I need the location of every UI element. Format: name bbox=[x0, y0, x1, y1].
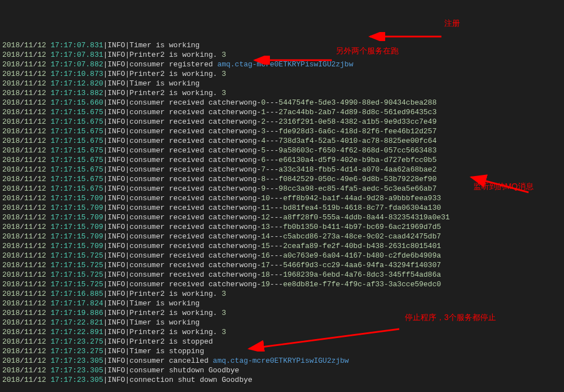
log-line[interactable]: 2018/11/12 17:17:15.709|INFO|consumer re… bbox=[2, 203, 562, 213]
log-line[interactable]: 2018/11/12 17:17:07.831|INFO|Timer is wo… bbox=[2, 40, 562, 50]
log-line[interactable]: 2018/11/12 17:17:15.675|INFO|consumer re… bbox=[2, 174, 562, 184]
log-output[interactable]: 2018/11/12 17:17:07.831|INFO|Timer is wo… bbox=[2, 40, 562, 385]
log-line[interactable]: 2018/11/12 17:17:15.675|INFO|consumer re… bbox=[2, 165, 562, 174]
log-line[interactable]: 2018/11/12 17:17:15.709|INFO|consumer re… bbox=[2, 241, 562, 251]
log-line[interactable]: 2018/11/12 17:17:15.725|INFO|consumer re… bbox=[2, 251, 562, 260]
log-line[interactable]: 2018/11/12 17:17:07.882|INFO|consumer re… bbox=[2, 60, 562, 69]
log-line[interactable]: 2018/11/12 17:17:15.675|INFO|consumer re… bbox=[2, 107, 562, 117]
log-line[interactable]: 2018/11/12 17:17:15.675|INFO|consumer re… bbox=[2, 146, 562, 155]
log-line[interactable]: 2018/11/12 17:17:07.831|INFO|Printer2 is… bbox=[2, 50, 562, 60]
log-line[interactable]: 2018/11/12 17:17:15.675|INFO|consumer re… bbox=[2, 184, 562, 193]
log-line[interactable]: 2018/11/12 17:17:12.820|INFO|Timer is wo… bbox=[2, 79, 562, 88]
log-line[interactable]: 2018/11/12 17:17:22.891|INFO|Printer2 is… bbox=[2, 327, 562, 337]
log-line[interactable]: 2018/11/12 17:17:15.709|INFO|consumer re… bbox=[2, 222, 562, 232]
log-line[interactable]: 2018/11/12 17:17:23.305|INFO|connection … bbox=[2, 375, 562, 385]
log-line[interactable]: 2018/11/12 17:17:16.885|INFO|Printer2 is… bbox=[2, 289, 562, 299]
log-line[interactable]: 2018/11/12 17:17:17.824|INFO|Timer is wo… bbox=[2, 299, 562, 308]
log-line[interactable]: 2018/11/12 17:17:10.873|INFO|Printer2 is… bbox=[2, 69, 562, 79]
log-line[interactable]: 2018/11/12 17:17:15.675|INFO|consumer re… bbox=[2, 117, 562, 127]
log-line[interactable]: 2018/11/12 17:17:15.725|INFO|consumer re… bbox=[2, 260, 562, 270]
log-line[interactable]: 2018/11/12 17:17:15.709|INFO|consumer re… bbox=[2, 193, 562, 203]
log-line[interactable]: 2018/11/12 17:17:13.882|INFO|Printer2 is… bbox=[2, 88, 562, 98]
log-line[interactable]: 2018/11/12 17:17:22.821|INFO|Timer is wo… bbox=[2, 318, 562, 327]
log-line[interactable]: 2018/11/12 17:17:15.709|INFO|consumer re… bbox=[2, 232, 562, 241]
log-line[interactable]: 2018/11/12 17:17:23.275|INFO|Printer2 is… bbox=[2, 337, 562, 346]
log-line[interactable]: 2018/11/12 17:17:15.675|INFO|consumer re… bbox=[2, 155, 562, 165]
log-line[interactable]: 2018/11/12 17:17:15.709|INFO|consumer re… bbox=[2, 213, 562, 222]
log-line[interactable]: 2018/11/12 17:17:23.305|INFO|consumer ca… bbox=[2, 356, 562, 366]
log-line[interactable]: 2018/11/12 17:17:15.675|INFO|consumer re… bbox=[2, 127, 562, 136]
log-line[interactable]: 2018/11/12 17:17:15.725|INFO|consumer re… bbox=[2, 280, 562, 289]
log-line[interactable]: 2018/11/12 17:17:23.275|INFO|Timer is st… bbox=[2, 346, 562, 356]
log-line[interactable]: 2018/11/12 17:17:15.675|INFO|consumer re… bbox=[2, 136, 562, 146]
log-line[interactable]: 2018/11/12 17:17:15.725|INFO|consumer re… bbox=[2, 270, 562, 280]
log-line[interactable]: 2018/11/12 17:17:23.305|INFO|consumer sh… bbox=[2, 366, 562, 375]
annotation-register: 注册 bbox=[444, 19, 460, 28]
log-line[interactable]: 2018/11/12 17:17:19.886|INFO|Printer2 is… bbox=[2, 308, 562, 318]
log-line[interactable]: 2018/11/12 17:17:15.660|INFO|consumer re… bbox=[2, 98, 562, 107]
